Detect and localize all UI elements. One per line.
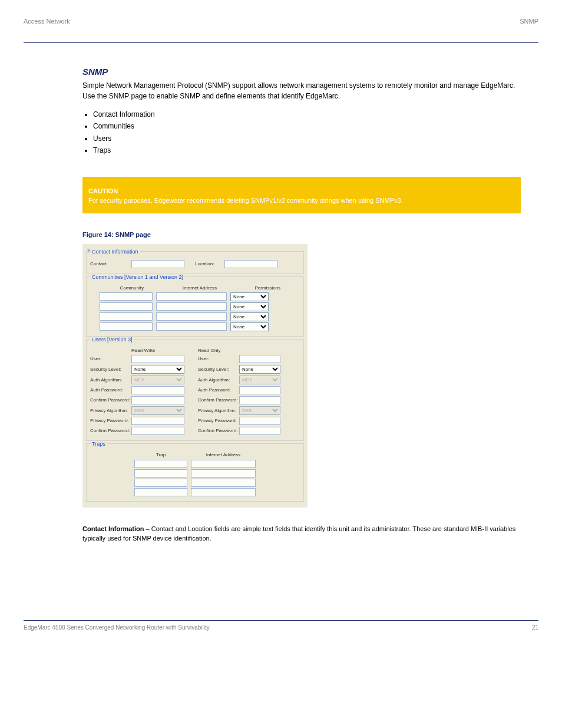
authalg-label: Auth Algorithm: [90,377,131,383]
contact-fieldset: Contact Information Contact: Location: [86,251,304,274]
users-readwrite-col: Read-Write User: Security Level:None Aut… [90,348,192,437]
community-perm-select[interactable]: None [230,322,269,331]
bullet-item: Users [93,133,521,144]
figure-label: Figure 14: SNMP page [82,231,521,238]
caption-rest: – Contact and Location fields are simple… [82,525,515,542]
confirmpw2-label: Confirm Password: [90,428,131,433]
bullet-item: Traps [93,144,521,156]
confirmpw2-label: Confirm Password: [198,428,239,433]
sec-select-ro[interactable]: None [239,365,280,374]
community-input[interactable] [100,292,153,301]
community-input[interactable] [100,322,153,331]
contact-input[interactable] [131,260,184,268]
users-rw-heading: Read-Write [90,348,192,353]
privpw-input-ro[interactable] [239,417,280,425]
confirmpw-input[interactable] [131,396,184,404]
community-perm-select[interactable]: None [230,312,269,321]
community-addr-input[interactable] [156,322,227,331]
page: Access Network SNMP SNMP Simple Network … [0,0,562,654]
header-section: SNMP [520,18,538,25]
contact-legend: Contact Information [90,249,140,255]
trap-addr-input[interactable] [191,469,256,477]
location-label: Location: [195,261,224,266]
authalg-select: MD5 [131,375,184,384]
header-title: Access Network [24,18,70,25]
authpw-input-ro[interactable] [239,386,280,394]
col-perm: Permissions [236,285,300,291]
caution-text: For security purposes, Edgewater recomme… [88,197,515,204]
caution-box: CAUTION For security purposes, Edgewater… [82,177,521,213]
community-input[interactable] [100,302,153,311]
community-perm-select[interactable]: None [230,292,269,301]
col-addr: Internet Address [167,285,232,291]
communities-fieldset: Communities [Version 1 and Version 2] Co… [86,276,304,337]
users-readonly-col: Read-Only User: Security Level:None Auth… [198,348,300,437]
community-addr-input[interactable] [156,292,227,301]
privalg-label: Privacy Algorithm: [90,408,131,413]
page-header: Access Network SNMP [24,18,538,25]
privpw-input[interactable] [131,417,184,425]
intro-paragraph: Simple Network Management Protocol (SNMP… [82,80,521,101]
header-rule [24,42,538,43]
sec-label: Security Level: [90,367,131,372]
community-addr-input[interactable] [156,312,227,321]
col-trap: Trap [134,452,187,457]
authpw-label: Auth Password: [198,387,239,393]
privalg-label: Privacy Algorithm: [198,408,239,413]
location-input[interactable] [224,260,277,268]
trap-input[interactable] [134,469,187,477]
privalg-select-ro: DES [239,406,280,415]
caution-label: CAUTION [88,187,515,195]
communities-table: None None None None [90,292,300,331]
privalg-select: DES [131,406,184,415]
community-addr-input[interactable] [156,302,227,311]
authalg-label: Auth Algorithm: [198,377,239,383]
user-input-ro[interactable] [239,355,280,363]
body-column: SNMP Simple Network Management Protocol … [82,67,521,543]
col-community: Community [100,285,164,291]
confirmpw2-input[interactable] [131,427,184,435]
contact-label: Contact: [90,261,131,266]
caption-strong: Contact Information [82,525,144,532]
traps-legend: Traps [90,441,107,447]
section-heading: SNMP [82,67,521,77]
figure-caption: Contact Information – Contact and Locati… [82,524,521,543]
trap-addr-input[interactable] [191,488,256,496]
confirmpw-input-ro[interactable] [239,396,280,404]
snmp-form-screenshot: SNMP Contact Information Contact: Locati… [82,244,308,508]
traps-table [90,460,300,496]
user-label: User: [90,356,131,361]
privpw-label: Privacy Password: [90,418,131,423]
trap-input[interactable] [134,479,187,487]
authalg-select-ro: MD5 [239,375,280,384]
privpw-label: Privacy Password: [198,418,239,423]
trap-addr-input[interactable] [191,479,256,487]
col-trap-addr: Internet Address [191,452,256,457]
user-label: User: [198,356,239,361]
communities-legend: Communities [Version 1 and Version 2] [90,274,185,280]
community-input[interactable] [100,312,153,321]
traps-fieldset: Traps Trap Internet Address [86,443,304,502]
bullet-list: Contact Information Communities Users Tr… [93,108,521,157]
footer-right: 21 [532,624,538,631]
confirmpw-label: Confirm Password: [90,397,131,403]
user-input[interactable] [131,355,184,363]
sec-select[interactable]: None [131,365,184,374]
users-ro-heading: Read-Only [198,348,300,353]
authpw-label: Auth Password: [90,387,131,393]
bullet-item: Contact Information [93,108,521,120]
trap-input[interactable] [134,488,187,496]
trap-input[interactable] [134,460,187,468]
bullet-item: Communities [93,120,521,132]
footer-left: EdgeMarc 4508 Series Converged Networkin… [24,624,210,631]
trap-addr-input[interactable] [191,460,256,468]
authpw-input[interactable] [131,386,184,394]
confirmpw2-input-ro[interactable] [239,427,280,435]
users-legend: Users [Version 3] [90,337,134,342]
users-fieldset: Users [Version 3] Read-Write User: Secur… [86,339,304,441]
confirmpw-label: Confirm Password: [198,397,239,403]
page-footer: EdgeMarc 4508 Series Converged Networkin… [24,620,538,631]
community-perm-select[interactable]: None [230,302,269,311]
sec-label: Security Level: [198,367,239,372]
